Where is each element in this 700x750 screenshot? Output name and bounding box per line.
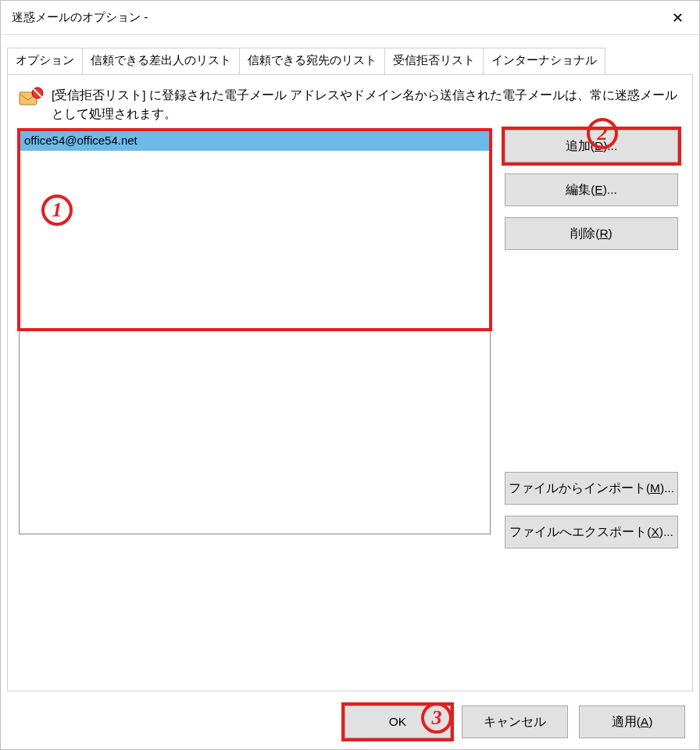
dialog-button-row: OK キャンセル 適用(A) — [345, 705, 685, 738]
tab-options[interactable]: オプション — [7, 48, 83, 74]
cancel-button[interactable]: キャンセル — [462, 705, 568, 738]
remove-button[interactable]: 削除(R) — [505, 217, 678, 250]
tab-international[interactable]: インターナショナル — [483, 48, 605, 74]
blocked-mail-icon — [19, 86, 44, 111]
edit-button[interactable]: 編集(E)... — [505, 173, 678, 206]
tab-panel-blocked-senders: [受信拒否リスト] に登録された電子メール アドレスやドメイン名から送信された電… — [7, 74, 693, 691]
list-item[interactable]: office54@office54.net — [20, 130, 490, 151]
close-icon: ✕ — [672, 9, 684, 27]
ok-button[interactable]: OK — [345, 705, 451, 738]
blocked-senders-listbox[interactable]: office54@office54.net — [19, 130, 491, 534]
apply-button[interactable]: 適用(A) — [579, 705, 685, 738]
import-button[interactable]: ファイルからインポート(M)... — [505, 472, 678, 505]
export-button[interactable]: ファイルへエクスポート(X)... — [505, 516, 678, 548]
titlebar: 迷惑メールのオプション - ✕ — [1, 1, 699, 35]
window-title: 迷惑メールのオプション - — [12, 10, 148, 25]
tab-safe-senders[interactable]: 信頼できる差出人のリスト — [82, 48, 240, 74]
side-button-column: 追加(D)... 編集(E)... 削除(R) ファイルからインポート(M)..… — [505, 130, 678, 548]
panel-description: [受信拒否リスト] に登録された電子メール アドレスやドメイン名から送信された電… — [52, 86, 681, 123]
tab-blocked-senders[interactable]: 受信拒否リスト — [384, 48, 484, 74]
tab-bar: オプション 信頼できる差出人のリスト 信頼できる宛先のリスト 受信拒否リスト イ… — [7, 48, 693, 74]
close-button[interactable]: ✕ — [655, 1, 699, 35]
blocked-list-container: office54@office54.net — [19, 130, 491, 534]
junk-mail-options-dialog: 迷惑メールのオプション - ✕ オプション 信頼できる差出人のリスト 信頼できる… — [0, 0, 700, 750]
add-button[interactable]: 追加(D)... — [505, 130, 678, 162]
tab-safe-recipients[interactable]: 信頼できる宛先のリスト — [239, 48, 385, 74]
